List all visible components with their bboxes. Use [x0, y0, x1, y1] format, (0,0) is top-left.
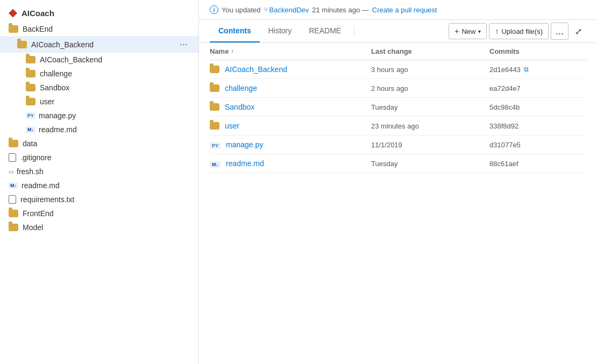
folder-icon [210, 66, 219, 73]
sidebar-label: .gitignore [20, 153, 52, 162]
row-last-change: Tuesday [371, 103, 489, 111]
folder-icon [26, 84, 35, 91]
table-row: SandboxTuesday5dc98c4b [210, 98, 586, 117]
sidebar-item-backend[interactable]: BackEnd [0, 22, 198, 36]
upload-button[interactable]: ↑ Upload file(s) [489, 23, 549, 39]
name-header-label: Name [210, 47, 229, 55]
folder-icon [210, 84, 219, 92]
folder-icon [9, 224, 18, 231]
sidebar-item-readme-root[interactable]: M↓readme.md [0, 179, 198, 192]
dots-button[interactable]: ··· [177, 39, 190, 50]
row-last-change: 11/1/2019 [371, 141, 489, 149]
copy-icon[interactable]: ⧉ [524, 66, 529, 73]
table-row: PYmanage.py11/1/2019d31077e5 [210, 135, 586, 154]
col-last-change-header: Last change [371, 47, 489, 55]
last-change-header-label: Last change [371, 47, 412, 55]
sidebar-item-frontend[interactable]: FrontEnd [0, 206, 198, 220]
folder-icon [26, 56, 35, 63]
sidebar-label: user [40, 97, 54, 106]
tab-history[interactable]: History [260, 20, 301, 42]
row-filename[interactable]: user [225, 122, 371, 130]
folder-icon [26, 98, 35, 105]
row-commits: ea72d4e7 [489, 84, 586, 92]
file-table: Name ↑ Last change Commits AICoach_Backe… [199, 43, 597, 364]
md-icon: M↓ [210, 159, 221, 168]
repo-title[interactable]: AICoach [0, 4, 198, 22]
row-filename[interactable]: AICoach_Backend [225, 65, 371, 74]
sidebar-item-fresh-sh[interactable]: ▭fresh.sh [0, 165, 198, 179]
md-icon: M↓ [26, 126, 35, 133]
repo-icon [9, 9, 17, 18]
py-icon: PY [210, 140, 221, 149]
new-label: New [461, 27, 475, 35]
row-filename[interactable]: manage.py [226, 140, 371, 149]
sidebar-item-user[interactable]: user [0, 95, 198, 109]
row-commits: 338f8d92 [489, 122, 586, 130]
new-button[interactable]: + New ▾ [449, 23, 487, 39]
row-last-change: 23 minutes ago [371, 122, 489, 130]
row-filename[interactable]: readme.md [226, 159, 371, 168]
sidebar-item-aicoach-backend-selected[interactable]: AICoach_Backend··· [0, 36, 198, 53]
table-row: AICoach_Backend3 hours ago2d1e6443⧉ [210, 60, 586, 79]
sidebar-item-readme-md[interactable]: M↓readme.md [0, 123, 198, 137]
upload-label: Upload file(s) [501, 27, 543, 35]
sidebar: AICoach BackEndAICoach_Backend···AICoach… [0, 0, 199, 364]
col-commits-header: Commits [489, 47, 586, 55]
folder-icon [9, 25, 18, 33]
md-icon: M↓ [9, 182, 18, 189]
sidebar-item-aicoach-backend-sub[interactable]: AICoach_Backend [0, 53, 198, 67]
sidebar-item-data[interactable]: data [0, 137, 198, 151]
sh-icon: ▭ [9, 169, 13, 175]
row-last-change: Tuesday [371, 160, 489, 168]
commits-header-label: Commits [489, 47, 520, 55]
tab-divider [354, 26, 354, 37]
table-header: Name ↑ Last change Commits [210, 43, 586, 60]
toolbar: + New ▾ ↑ Upload file(s) ... ⤢ [449, 23, 586, 40]
tab-readme[interactable]: README [300, 20, 350, 42]
row-last-change: 3 hours ago [371, 66, 489, 74]
sidebar-item-sandbox[interactable]: Sandbox [0, 81, 198, 95]
repo-name: AICoach [22, 9, 54, 18]
row-filename[interactable]: challenge [225, 84, 371, 92]
sidebar-label: AICoach_Backend [40, 55, 102, 64]
folder-icon [210, 103, 219, 111]
expand-button[interactable]: ⤢ [571, 23, 586, 40]
sidebar-label: data [23, 139, 37, 148]
more-button[interactable]: ... [551, 23, 568, 40]
row-commits: d31077e5 [489, 141, 586, 149]
chevron-down-icon: ▾ [478, 28, 481, 34]
folder-icon [210, 122, 219, 130]
sidebar-label: readme.md [22, 181, 60, 190]
plus-icon: + [454, 27, 459, 35]
pull-request-link[interactable]: Create a pull request [372, 6, 437, 14]
tab-contents[interactable]: Contents [210, 20, 260, 42]
row-commits: 88c61aef [489, 160, 586, 168]
sidebar-label: BackEnd [23, 25, 53, 33]
sidebar-label: challenge [40, 69, 72, 78]
branch-name: BackendDev [269, 6, 309, 14]
folder-icon [9, 210, 18, 217]
upload-icon: ↑ [495, 27, 499, 35]
sidebar-item-challenge[interactable]: challenge [0, 67, 198, 81]
sidebar-label: manage.py [39, 111, 76, 120]
row-filename[interactable]: Sandbox [225, 103, 371, 111]
row-commits: 2d1e6443⧉ [489, 66, 586, 74]
info-text-before: You updated [222, 6, 261, 14]
sidebar-label: requirements.txt [20, 195, 74, 204]
folder-icon [17, 41, 27, 48]
file-icon [9, 153, 16, 162]
sidebar-item-manage-py[interactable]: PYmanage.py [0, 109, 198, 123]
info-bar: i You updated ⑂ BackendDev 21 minutes ag… [199, 0, 597, 20]
table-row: M↓readme.mdTuesday88c61aef [210, 154, 586, 173]
sidebar-label: Model [23, 223, 43, 232]
info-text-middle: 21 minutes ago — [312, 6, 369, 14]
table-row: challenge2 hours agoea72d4e7 [210, 79, 586, 98]
folder-icon [26, 70, 35, 77]
sidebar-label: fresh.sh [17, 167, 44, 176]
file-icon [9, 195, 16, 204]
sidebar-item-gitignore[interactable]: .gitignore [0, 151, 198, 165]
info-icon: i [210, 5, 218, 14]
branch-link[interactable]: ⑂ BackendDev [264, 6, 309, 14]
sidebar-item-model[interactable]: Model [0, 220, 198, 234]
sidebar-item-requirements-txt[interactable]: requirements.txt [0, 192, 198, 206]
